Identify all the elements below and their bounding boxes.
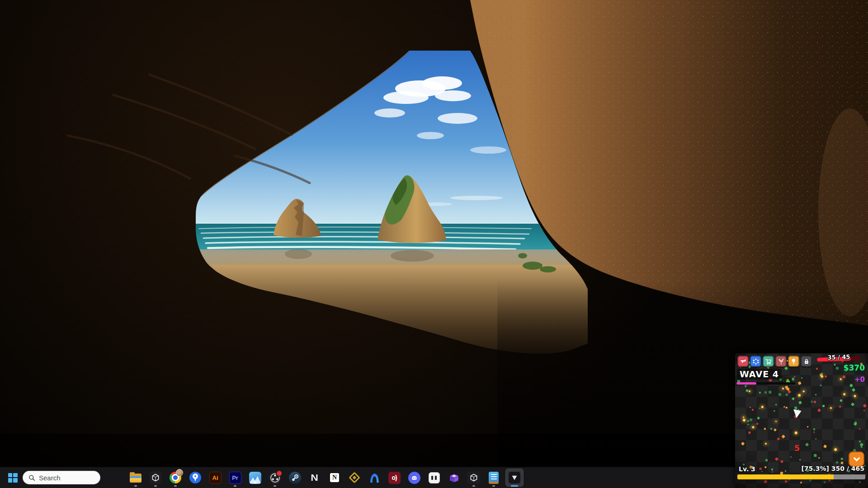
taskbar-premiere[interactable]: Pr [225,467,245,488]
taskbar-plug-app[interactable] [424,467,444,488]
wave-progress-fill [736,382,756,385]
taskbar-file-explorer[interactable] [126,467,146,488]
notion-glyph: N [332,474,337,481]
profile-avatar [176,469,183,476]
bonus-counter: +0 [854,375,865,384]
game-window-overlay[interactable]: 35 / 45 $370 +0 WAVE 4 5 Lv. 3 [75.3%] 3… [735,353,868,488]
gold-diamond-icon [349,472,360,483]
taskbar-notepad[interactable] [484,467,504,488]
ideas-button[interactable] [788,356,799,367]
taskbar-notion[interactable]: N [325,467,344,488]
confirm-chevron-button[interactable] [849,451,864,467]
taskbar-map-pin-app[interactable] [185,467,205,488]
obs-notification-badge [276,470,283,477]
taskbar-search[interactable]: Search [23,471,100,484]
taskbar-discord[interactable] [404,467,424,488]
wave-label: WAVE 4 [737,369,782,380]
lightbulb-icon [790,358,797,365]
illustrator-glyph: Ai [212,474,218,481]
taskbar-unity-hub-2[interactable] [464,467,484,488]
taskbar-game-window[interactable] [504,467,525,488]
player-ship [793,409,802,418]
unity-cube-icon [149,471,162,484]
burst-icon [778,358,785,365]
taskbar-illustrator[interactable]: Ai [205,467,225,488]
orbs-button[interactable] [750,356,761,367]
obs-icon [269,472,281,484]
taskbar-red-o-app[interactable]: o) [384,467,404,488]
weapon-button[interactable] [737,356,749,367]
notepad-icon [489,472,499,484]
shop-button[interactable] [763,356,774,367]
windows-logo-icon [8,473,18,483]
money-counter: $370 [844,363,865,372]
taskbar-nordvpn[interactable] [364,467,384,488]
gun-icon [740,358,747,365]
taskbar-unity-hub[interactable] [146,467,165,488]
taskbar-app-icons: Ai Pr [126,467,525,488]
file-explorer-icon [129,472,142,483]
cart-icon [765,358,772,365]
search-icon [28,474,35,481]
taskbar-chrome[interactable] [165,467,185,488]
taskbar-n-logo-app[interactable]: N [305,467,325,488]
premiere-icon: Pr [229,472,241,484]
search-placeholder: Search [39,474,61,482]
taskbar-photos[interactable] [245,467,265,488]
damage-number: 5 [794,444,800,453]
nordvpn-arch-icon [368,472,381,484]
locked-button[interactable] [801,356,812,367]
plug-outlet-icon [429,472,440,483]
purple-open-box-icon [448,472,460,484]
game-triangle-icon [509,472,520,483]
skill-button[interactable] [775,356,787,367]
premiere-glyph: Pr [232,474,238,481]
red-o-icon: o) [388,472,401,484]
chevron-down-icon [853,455,861,463]
wave-direction-indicator [784,377,792,384]
illustrator-icon: Ai [209,472,222,484]
game-hud: 35 / 45 $370 +0 WAVE 4 5 Lv. 3 [75.3%] 3… [735,353,868,488]
notion-icon: N [329,472,340,483]
xp-label: [75.3%] 350 / 465 [801,465,864,472]
chrome-icon [170,472,181,483]
taskbar-gold-diamond-app[interactable] [344,467,364,488]
photos-mountains-icon [249,472,261,484]
taskbar-steam[interactable] [285,467,305,488]
discord-icon [408,472,420,484]
taskbar-obs[interactable] [265,467,285,488]
unity-cube-icon [467,471,480,484]
orb-ring-icon [752,358,760,365]
map-pin-icon [189,472,201,483]
xp-bar [737,474,865,479]
steam-icon [289,472,301,484]
up-arrow-icon [786,379,790,382]
n-logo-icon: N [311,472,319,483]
taskbar-purple-box-app[interactable] [444,467,464,488]
game-toolbar [737,356,812,367]
xp-fill [737,474,834,479]
start-button[interactable] [5,470,20,485]
lock-icon [803,358,810,365]
desktop: % [0,0,868,488]
level-label: Lv. 3 [739,465,755,473]
red-o-glyph: o) [392,474,396,481]
